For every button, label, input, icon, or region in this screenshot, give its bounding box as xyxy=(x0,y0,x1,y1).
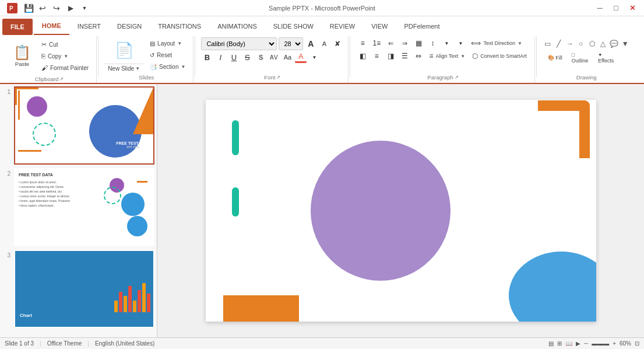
bullets-dropdown[interactable]: ▼ xyxy=(440,37,453,49)
tab-insert[interactable]: INSERT xyxy=(69,18,109,35)
tab-design[interactable]: DESIGN xyxy=(109,18,150,35)
clipboard-expand-icon[interactable]: ↗ xyxy=(59,76,64,82)
cut-button[interactable]: ✂ Cut xyxy=(38,39,92,50)
text-direction-button[interactable]: ⟺ Text Direction ▼ xyxy=(468,38,525,48)
para-row1: ≡ 1≡ ⇐ ⇒ ▦ ↕ ▼ ▼ ⟺ Text Direction ▼ xyxy=(356,37,525,49)
increase-indent-button[interactable]: ⇒ xyxy=(398,37,411,49)
slide-item-1[interactable]: 1 FREE TEST DATA PPT FILE xyxy=(2,86,154,165)
dropdown-icon[interactable]: ▼ xyxy=(78,2,91,15)
zoom-out-button[interactable]: ─ xyxy=(584,340,588,347)
shape-circle-button[interactable]: ○ xyxy=(576,39,586,49)
undo-icon[interactable]: ↩ xyxy=(36,2,49,15)
new-slide-label[interactable]: New Slide ▼ xyxy=(104,64,143,73)
convert-smartart-button[interactable]: ⬡ Convert to SmartArt xyxy=(469,51,530,61)
shape-effects-button[interactable]: ✦ Effects xyxy=(595,53,620,63)
slide-thumb-2[interactable]: FREE TEST DATA • Lorem ipsum dolor sit a… xyxy=(14,168,154,246)
tab-home[interactable]: HOME xyxy=(34,18,69,35)
numbered-list-button[interactable]: 1≡ xyxy=(370,37,383,49)
font-size-decrease-button[interactable]: A xyxy=(318,38,330,50)
line-spacing-button[interactable]: ↕ xyxy=(426,37,439,49)
slide-canvas[interactable] xyxy=(157,84,644,337)
paragraph-expand-icon[interactable]: ↗ xyxy=(455,75,459,80)
maximize-button[interactable]: □ xyxy=(610,2,622,14)
reading-view-button[interactable]: 📖 xyxy=(565,340,572,347)
copy-dropdown[interactable]: ▼ xyxy=(64,54,68,59)
slide-item-3[interactable]: 3 Chart xyxy=(2,250,154,328)
bold-button[interactable]: B xyxy=(201,51,213,63)
tab-slideshow[interactable]: SLIDE SHOW xyxy=(265,18,322,35)
font-color-button[interactable]: A xyxy=(295,51,307,63)
shape-triangle-button[interactable]: △ xyxy=(598,39,608,49)
shape-rect-button[interactable]: ▭ xyxy=(543,39,553,49)
text-dir-dropdown[interactable]: ▼ xyxy=(518,41,522,46)
normal-view-button[interactable]: ▤ xyxy=(548,340,554,347)
present-icon[interactable]: ▶ xyxy=(64,2,77,15)
shape-pentagon-button[interactable]: ⬠ xyxy=(587,39,597,49)
text-shadow-button[interactable]: S xyxy=(255,51,266,63)
copy-button[interactable]: ⎘ Copy ▼ xyxy=(38,51,92,61)
font-size-increase-button[interactable]: A xyxy=(305,38,316,50)
distributed-button[interactable]: ⇔ xyxy=(412,50,425,62)
align-left-button[interactable]: ◧ xyxy=(356,50,369,62)
numbering-dropdown[interactable]: ▼ xyxy=(454,37,467,49)
slide-thumb-3[interactable]: Chart xyxy=(14,250,154,328)
slide-item-2[interactable]: 2 FREE TEST DATA • Lorem ipsum dolor sit… xyxy=(2,168,154,246)
align-center-button[interactable]: ≡ xyxy=(370,50,383,62)
new-slide-button[interactable]: 📄 xyxy=(110,38,138,64)
align-right-button[interactable]: ◨ xyxy=(384,50,397,62)
shape-more-button[interactable]: ▼ xyxy=(620,39,631,49)
decrease-indent-button[interactable]: ⇐ xyxy=(384,37,397,49)
clear-formatting-button[interactable]: ✘ xyxy=(332,38,343,50)
zoom-slider[interactable]: ▬▬▬ xyxy=(592,340,609,347)
zoom-in-button[interactable]: + xyxy=(613,340,616,347)
tab-file[interactable]: FILE xyxy=(2,19,33,35)
section-button[interactable]: 📑 Section ▼ xyxy=(147,62,188,72)
save-icon[interactable]: 💾 xyxy=(22,2,35,15)
shape-outline-button[interactable]: □ Outline xyxy=(569,53,594,63)
s2-title: FREE TEST DATA xyxy=(19,173,53,177)
drawing-label: Drawing xyxy=(543,74,631,81)
shape-line-button[interactable]: ╱ xyxy=(554,39,564,49)
tab-review[interactable]: REVIEW xyxy=(322,18,363,35)
tab-animations[interactable]: ANIMATIONS xyxy=(209,18,265,35)
paste-label: Paste xyxy=(15,61,29,67)
redo-icon[interactable]: ↪ xyxy=(50,2,63,15)
font-color-dropdown[interactable]: ▼ xyxy=(308,51,320,63)
align-text-dropdown[interactable]: ▼ xyxy=(460,54,465,59)
reset-button[interactable]: ↺ Reset xyxy=(147,50,188,61)
shape-fill-button[interactable]: 🎨 Fill xyxy=(543,53,568,63)
font-expand-icon[interactable]: ↗ xyxy=(276,75,280,80)
layout-button[interactable]: ▤ Layout ▼ xyxy=(147,39,188,49)
tab-transitions[interactable]: TRANSITIONS xyxy=(150,18,209,35)
minimize-button[interactable]: ─ xyxy=(594,2,606,14)
shape-arrow-button[interactable]: → xyxy=(565,39,575,49)
slide-panel[interactable]: 1 FREE TEST DATA PPT FILE xyxy=(0,84,157,337)
zoom-level: 60% xyxy=(620,340,631,347)
font-size-select[interactable]: 28 xyxy=(279,37,303,50)
underline-button[interactable]: U xyxy=(228,51,240,63)
format-painter-button[interactable]: 🖌 Format Painter xyxy=(38,62,92,73)
char-spacing-button[interactable]: AV xyxy=(268,51,280,63)
slide-thumb-1[interactable]: FREE TEST DATA PPT FILE xyxy=(14,86,154,165)
slide-sorter-button[interactable]: ⊞ xyxy=(557,340,562,347)
layout-dropdown[interactable]: ▼ xyxy=(177,41,182,46)
shape-callout-button[interactable]: 💬 xyxy=(609,39,620,49)
italic-button[interactable]: I xyxy=(214,51,226,63)
tab-view[interactable]: VIEW xyxy=(363,18,396,35)
align-text-button[interactable]: ≡ Align Text ▼ xyxy=(426,51,468,61)
columns-button[interactable]: ▦ xyxy=(412,37,425,49)
present-button[interactable]: ▶ xyxy=(576,340,580,347)
strikethrough-button[interactable]: S xyxy=(241,51,253,63)
close-button[interactable]: ✕ xyxy=(627,2,638,14)
paste-button[interactable]: 📋 Paste xyxy=(7,37,37,75)
bullet-list-button[interactable]: ≡ xyxy=(356,37,369,49)
slide-main[interactable] xyxy=(206,100,596,322)
ms-purple-circle[interactable] xyxy=(311,141,451,281)
change-case-button[interactable]: Aa xyxy=(281,51,293,63)
justify-button[interactable]: ☰ xyxy=(398,50,411,62)
fit-slide-button[interactable]: ⊡ xyxy=(635,340,639,347)
new-slide-dropdown-arrow[interactable]: ▼ xyxy=(135,66,140,71)
tab-pdfelement[interactable]: PDFelement xyxy=(396,18,448,35)
font-name-select[interactable]: Calibri (Body) xyxy=(201,37,277,50)
section-dropdown[interactable]: ▼ xyxy=(181,64,185,69)
